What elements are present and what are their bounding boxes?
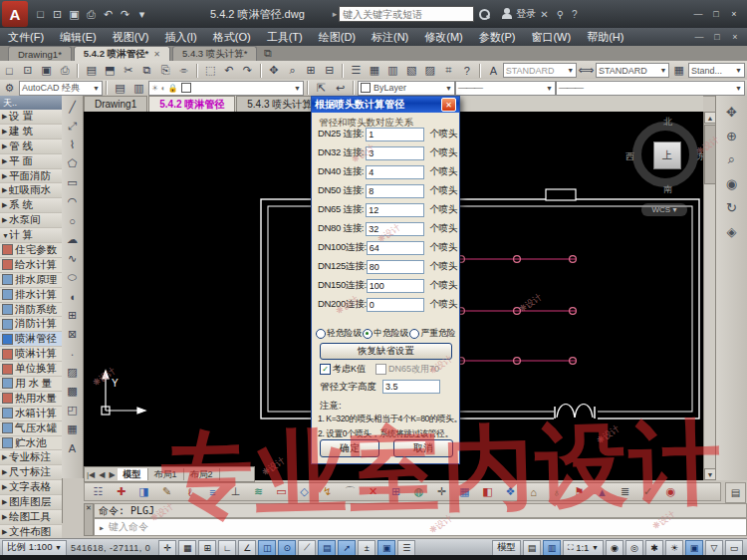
redo-icon[interactable]: ↷ (117, 6, 133, 22)
infer-constraints-icon[interactable]: ✛ (158, 540, 176, 556)
line-icon[interactable]: ╱ (64, 98, 82, 117)
layout-tab-模型[interactable]: 模型 (118, 468, 148, 480)
ortho-icon[interactable]: ∟ (218, 540, 236, 556)
tz-tool-icon[interactable]: ◇ (293, 484, 316, 500)
insert-block-icon[interactable]: ⊞ (64, 306, 82, 325)
ellipse-arc-icon[interactable]: ◖ (64, 287, 82, 306)
file-tab[interactable]: 5.4.3 喷头计算* (172, 46, 257, 61)
tz-tool-icon[interactable]: ↯ (316, 484, 339, 500)
redo-icon[interactable]: ↷ (238, 63, 257, 79)
sprinkler-count-input[interactable]: 3 (366, 146, 424, 160)
zoom-icon[interactable]: ⌕ (721, 147, 743, 171)
sidebar-group-虹吸雨水[interactable]: ▶虹吸雨水 (0, 183, 62, 198)
search-icon[interactable] (477, 7, 491, 21)
construction-line-icon[interactable]: ⤢ (64, 117, 82, 136)
sidebar-item-热用水量[interactable]: 热用水量 (0, 392, 62, 407)
sidebar-item-用 水 量[interactable]: 用 水 量 (0, 377, 62, 392)
table-style-dropdown[interactable]: Stand...▼ (688, 63, 745, 78)
viewcube[interactable]: 北 西 东 南 上 (627, 118, 703, 197)
showmotion-icon[interactable]: ↻ (721, 195, 743, 219)
menu-item[interactable]: 参数(P) (471, 30, 524, 45)
menu-item[interactable]: 工具(T) (259, 30, 311, 45)
layer-properties-icon[interactable]: ▤ (111, 80, 129, 96)
text-style-dropdown[interactable]: STANDARD▼ (503, 63, 578, 78)
checkbox-label[interactable]: 考虑K值 (333, 363, 366, 376)
steering-wheel-icon[interactable]: ✥ (721, 100, 743, 124)
pan-icon[interactable]: ⊕ (721, 124, 743, 147)
workspace-gear-icon[interactable]: ✱ (645, 540, 663, 556)
tz-tool-icon[interactable]: ▦ (453, 484, 476, 500)
sidebar-group-平 面[interactable]: ▶平 面 (0, 154, 62, 169)
tz-tool-icon[interactable]: ≡ (201, 484, 224, 500)
sidebar-group-尺寸标注[interactable]: ▶尺寸标注 (0, 465, 62, 480)
menu-item[interactable]: 视图(V) (105, 30, 157, 45)
tz-tool-icon[interactable]: ☷ (87, 484, 110, 500)
table-style-icon[interactable]: ▦ (669, 63, 688, 79)
sidebar-item-单位换算[interactable]: 单位换算 (0, 362, 62, 377)
radio-label[interactable]: 轻危险级 (327, 328, 362, 340)
tz-tool-icon[interactable]: ⚑ (568, 484, 591, 500)
autoscale-icon[interactable]: ◎ (625, 540, 643, 556)
document-tab[interactable]: Drawing1 (84, 96, 147, 112)
zoom-window-icon[interactable]: ⊞ (302, 63, 321, 79)
save-icon[interactable]: ▣ (37, 63, 56, 79)
sidebar-item-气压水罐[interactable]: 气压水罐 (0, 421, 62, 436)
text-style-icon[interactable]: A (484, 63, 503, 79)
checkbox-DN65改用70[interactable] (375, 364, 386, 375)
screen-menu-header[interactable]: 天.. (0, 96, 62, 110)
layout-model-icon[interactable]: ▤ (523, 540, 541, 556)
zoom-realtime-icon[interactable]: ⌕ (283, 63, 302, 79)
copy-icon[interactable]: ⧉ (137, 63, 156, 79)
sidebar-item-贮水池[interactable]: 贮水池 (0, 436, 62, 451)
tz-tool-icon[interactable]: ⊥ (224, 484, 247, 500)
close-icon[interactable]: × (725, 7, 743, 21)
tab-first-icon[interactable]: |◀ (85, 470, 97, 479)
new-file-icon[interactable]: □ (0, 63, 19, 79)
sidebar-group-计 算[interactable]: ▼计 算 (0, 228, 62, 243)
menu-item[interactable]: 格式(O) (205, 30, 259, 45)
sprinkler-count-input[interactable]: 12 (366, 203, 424, 217)
exchange-apps-icon[interactable]: ⚲ (557, 9, 564, 20)
block-editor-icon[interactable]: ⬚ (201, 63, 220, 79)
layer-previous-icon[interactable]: ↩ (331, 80, 350, 96)
tool-palettes-icon[interactable]: ▥ (383, 63, 402, 79)
3dosnap-icon[interactable]: ⊙ (278, 540, 296, 556)
tz-tool-icon[interactable]: ◉ (659, 484, 682, 500)
sprinkler-count-input[interactable]: 4 (366, 165, 424, 179)
layout-tab-布局1[interactable]: 布局1 (148, 468, 184, 480)
workspace-gear-icon[interactable]: ⚙ (0, 80, 19, 96)
dyn-icon[interactable]: ➚ (338, 540, 356, 556)
viewcube-top-face[interactable]: 上 (653, 141, 681, 169)
search-collapse-icon[interactable]: ▸ (333, 9, 338, 19)
tz-tool-icon[interactable]: ✓ (636, 484, 659, 500)
tz-tool-icon[interactable]: ≣ (614, 484, 636, 500)
tz-tool-icon[interactable]: ◧ (476, 484, 499, 500)
sidebar-item-喷淋计算[interactable]: 喷淋计算 (0, 347, 62, 362)
restore-defaults-button[interactable]: 恢复缺省设置 (320, 343, 452, 360)
tz-tool-icon[interactable]: ≋ (247, 484, 270, 500)
otrack-icon[interactable]: ⟋ (298, 540, 316, 556)
workspace-dropdown[interactable]: AutoCAD 经典▼ (19, 81, 103, 96)
menu-item[interactable]: 窗口(W) (523, 30, 579, 45)
toolbar-overflow-icon[interactable]: ▤ (725, 482, 746, 503)
radio-label[interactable]: 中危险级 (374, 328, 408, 340)
autocad-logo-icon[interactable]: A (2, 1, 28, 27)
ok-button[interactable]: 确定 (320, 439, 379, 457)
designcenter-icon[interactable]: ▦ (366, 63, 384, 79)
menu-item[interactable]: 编辑(E) (52, 30, 105, 45)
text-height-input[interactable]: 3.5 (382, 380, 440, 394)
tz-tool-icon[interactable]: ◍ (407, 484, 430, 500)
tz-tool-icon[interactable]: ✎ (155, 484, 178, 500)
gradient-icon[interactable]: ▩ (64, 382, 82, 401)
menu-item[interactable]: 修改(M) (416, 30, 471, 45)
cleanscreen-icon[interactable]: ▭ (725, 540, 743, 556)
tab-next-icon[interactable]: ▶ (107, 470, 117, 479)
search-input[interactable] (339, 6, 474, 22)
menu-item[interactable]: 文件(F) (0, 30, 52, 45)
sidebar-group-建 筑[interactable]: ▶建 筑 (0, 125, 62, 140)
model-button[interactable]: 模型 (492, 540, 521, 556)
checkbox-label[interactable]: DN65改用70 (388, 363, 439, 376)
point-icon[interactable]: ∙ (64, 344, 82, 363)
tz-tool-icon[interactable]: ⌒ (339, 484, 362, 500)
pan-icon[interactable]: ✥ (265, 63, 284, 79)
